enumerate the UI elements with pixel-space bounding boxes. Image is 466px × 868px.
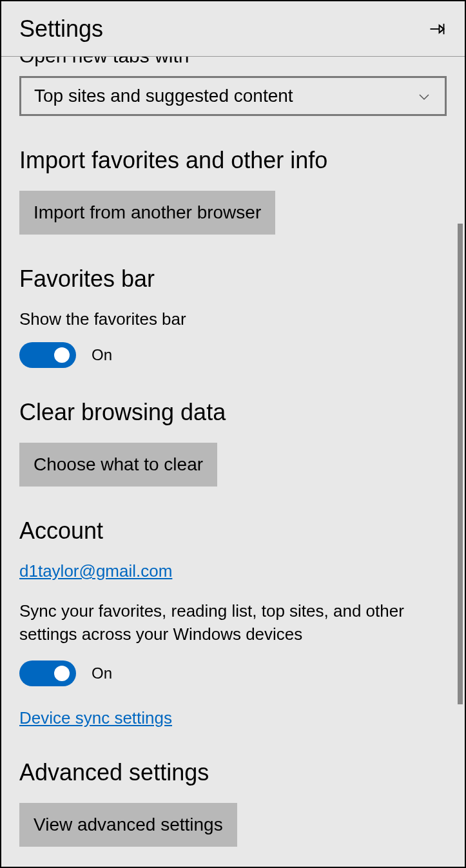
import-favorites-heading: Import favorites and other info — [19, 147, 447, 174]
sync-description: Sync your favorites, reading list, top s… — [19, 599, 447, 646]
favorites-bar-toggle[interactable] — [19, 342, 76, 368]
chevron-down-icon — [416, 88, 432, 104]
pin-icon[interactable] — [427, 19, 447, 39]
settings-content: Open new tabs with Top sites and suggest… — [1, 57, 465, 867]
dropdown-selected-value: Top sites and suggested content — [34, 86, 293, 106]
sync-toggle-row: On — [19, 661, 447, 686]
favorites-bar-toggle-state: On — [92, 346, 112, 364]
clear-browsing-heading: Clear browsing data — [19, 399, 447, 426]
sync-toggle-state: On — [92, 664, 112, 682]
import-from-browser-button[interactable]: Import from another browser — [19, 191, 275, 235]
view-advanced-settings-button[interactable]: View advanced settings — [19, 803, 237, 847]
sync-toggle[interactable] — [19, 661, 76, 686]
page-title: Settings — [19, 15, 103, 43]
favorites-bar-sublabel: Show the favorites bar — [19, 309, 447, 329]
favorites-bar-toggle-row: On — [19, 342, 447, 368]
choose-what-to-clear-button[interactable]: Choose what to clear — [19, 443, 217, 487]
account-heading: Account — [19, 517, 447, 545]
advanced-settings-heading: Advanced settings — [19, 759, 447, 786]
toggle-knob — [54, 347, 70, 363]
settings-header: Settings — [1, 1, 465, 57]
device-sync-settings-link[interactable]: Device sync settings — [19, 708, 172, 728]
new-tabs-label: Open new tabs with — [19, 57, 447, 67]
toggle-knob — [54, 666, 70, 681]
new-tabs-dropdown[interactable]: Top sites and suggested content — [19, 76, 447, 116]
favorites-bar-heading: Favorites bar — [19, 265, 447, 293]
account-email-link[interactable]: d1taylor@gmail.com — [19, 561, 172, 581]
scrollbar-thumb[interactable] — [458, 224, 463, 704]
